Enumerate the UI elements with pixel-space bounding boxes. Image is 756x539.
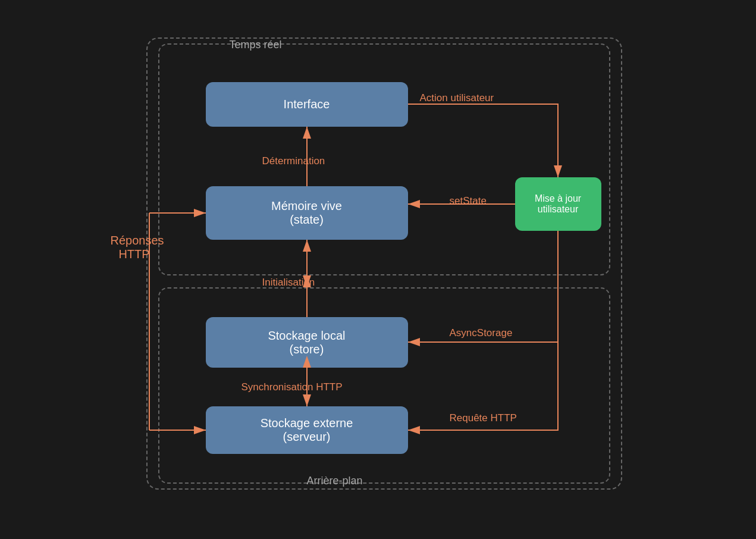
initialisation-label: Initialisation [262,277,315,289]
requete-http-label: Requête HTTP [450,412,517,424]
determination-label: Détermination [262,155,325,167]
action-utilisateur-label: Action utilisateur [420,92,494,104]
stockage-local-node: Stockage local(store) [206,317,408,368]
asyncStorage-label: AsyncStorage [450,327,513,339]
diagram: Temps réel Arrière-plan Réponses HTTP In… [111,26,646,513]
stockage-externe-node: Stockage externe(serveur) [206,406,408,454]
temps-reel-box [158,43,610,275]
mise-a-jour-node: Mise à jourutilisateur [515,177,601,231]
arriere-plan-label: Arrière-plan [307,475,363,487]
temps-reel-label: Temps réel [230,39,282,51]
synchronisation-http-label: Synchronisation HTTP [241,381,343,393]
setState-label: setState [450,195,487,207]
memoire-vive-node: Mémoire vive(state) [206,186,408,240]
reponses-http-label: Réponses HTTP [111,234,158,261]
interface-node: Interface [206,82,408,127]
